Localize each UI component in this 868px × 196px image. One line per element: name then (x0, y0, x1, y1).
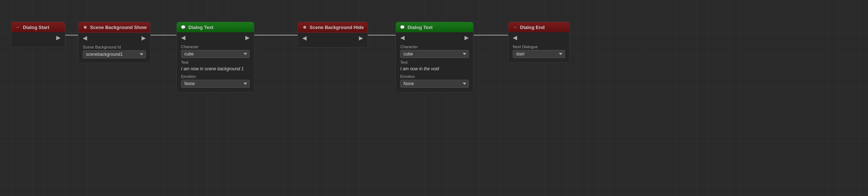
dialog-text-1-emotion-dropdown[interactable]: None (181, 80, 250, 88)
scene-bg-hide-icon: ⊗ (302, 24, 307, 30)
dialog-start-body (11, 32, 65, 47)
dialog-start-out-pin[interactable] (56, 36, 61, 40)
node-dialog-text-2: 💬 Dialog Text Character cube Text I am n… (396, 22, 474, 92)
scene-bg-show-dropdown[interactable]: scenebackground1 (83, 50, 146, 58)
scene-bg-show-body: Scene Background Id scenebackground1 (78, 33, 150, 63)
scene-bg-show-in-pin[interactable] (83, 36, 87, 41)
dialog-text-1-title: Dialog Text (188, 25, 213, 30)
dialog-text-2-icon: 💬 (400, 24, 405, 30)
dialog-text-1-in-pin[interactable] (181, 36, 185, 40)
dialog-text-2-emotion-label: Emotion (400, 74, 469, 79)
node-dialog-text-1: 💬 Dialog Text Character cube Text I am n… (176, 22, 254, 92)
dialog-end-in-pin[interactable] (513, 36, 517, 40)
scene-bg-show-field-label: Scene Background Id (83, 45, 146, 49)
dialog-start-title: Dialog Start (23, 25, 49, 30)
dialog-text-2-text-value: I am now in the void (400, 66, 469, 72)
dialog-text-1-text-label: Text (181, 60, 250, 64)
dialog-text-2-body: Character cube Text I am now in the void… (396, 32, 473, 92)
dialog-end-next-label: Next Dialogue (513, 45, 565, 49)
dialog-end-exec (513, 35, 565, 42)
dialog-text-1-exec (181, 35, 250, 42)
scene-bg-hide-title: Scene Background Hide (310, 25, 364, 30)
dialog-start-exec (16, 35, 61, 42)
node-canvas: ↔ Dialog Start ⊗ Scene Background Show S… (0, 0, 868, 196)
dialog-text-1-char-label: Character (181, 45, 250, 49)
dialog-text-2-exec (400, 35, 469, 42)
scene-bg-show-out-pin[interactable] (142, 36, 146, 41)
scene-bg-hide-header: ⊗ Scene Background Hide (298, 22, 368, 33)
dialog-text-2-char-dropdown[interactable]: cube (400, 50, 469, 58)
scene-bg-hide-in-pin[interactable] (302, 36, 307, 41)
scene-bg-show-exec (83, 36, 146, 43)
dialog-text-1-char-dropdown[interactable]: cube (181, 50, 250, 58)
node-dialog-start: ↔ Dialog Start (11, 22, 65, 47)
scene-bg-hide-exec (302, 36, 363, 43)
dialog-text-1-emotion-label: Emotion (181, 74, 250, 79)
dialog-text-1-header: 💬 Dialog Text (177, 22, 254, 32)
dialog-start-icon: ↔ (15, 24, 21, 30)
dialog-end-next-dropdown[interactable]: start (513, 50, 565, 58)
node-scene-bg-hide: ⊗ Scene Background Hide (298, 22, 368, 47)
dialog-text-1-out-pin[interactable] (245, 36, 250, 40)
dialog-end-title: Dialog End (520, 25, 545, 30)
dialog-text-2-out-pin[interactable] (464, 36, 469, 40)
dialog-text-2-header: 💬 Dialog Text (396, 22, 473, 32)
dialog-text-2-title: Dialog Text (408, 25, 433, 30)
scene-bg-show-title: Scene Background Show (90, 25, 147, 30)
dialog-text-1-body: Character cube Text I am now in scene ba… (177, 32, 254, 92)
scene-bg-hide-out-pin[interactable] (359, 36, 363, 41)
node-scene-bg-show: ⊗ Scene Background Show Scene Background… (78, 22, 151, 63)
dialog-text-2-emotion-dropdown[interactable]: None (400, 80, 469, 88)
dialog-end-body: Next Dialogue start (508, 32, 569, 62)
dialog-text-2-text-label: Text (400, 60, 469, 64)
dialog-text-2-char-label: Character (400, 45, 469, 49)
node-dialog-end: → Dialog End Next Dialogue start (508, 22, 570, 63)
dialog-start-header: ↔ Dialog Start (11, 22, 65, 32)
dialog-text-1-icon: 💬 (180, 24, 186, 30)
scene-bg-show-icon: ⊗ (82, 24, 88, 30)
dialog-text-2-in-pin[interactable] (400, 36, 405, 40)
scene-bg-show-header: ⊗ Scene Background Show (78, 22, 150, 33)
dialog-end-icon: → (512, 24, 518, 30)
scene-bg-hide-body (298, 33, 368, 47)
dialog-text-1-text-value: I am now in scene background 1 (181, 66, 250, 72)
dialog-end-header: → Dialog End (508, 22, 569, 32)
